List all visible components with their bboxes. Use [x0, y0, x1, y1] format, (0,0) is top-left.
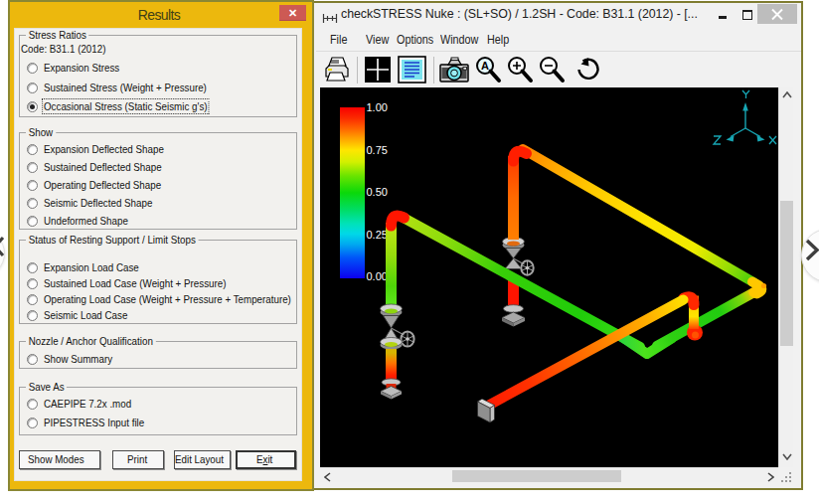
svg-text:1.00: 1.00	[367, 101, 388, 113]
svg-text:0.00: 0.00	[367, 270, 388, 282]
svg-text:0.50: 0.50	[367, 186, 388, 198]
svg-text:A: A	[481, 60, 489, 72]
svg-text:0.75: 0.75	[367, 144, 388, 156]
svg-text:0.25: 0.25	[367, 229, 388, 241]
